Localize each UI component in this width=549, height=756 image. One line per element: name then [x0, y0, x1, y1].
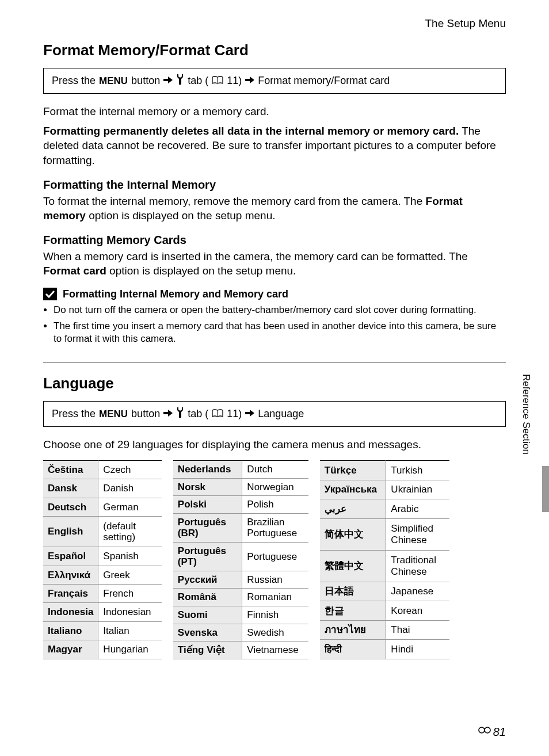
table-row: NorskNorwegian: [173, 478, 308, 496]
language-table-3: TürkçeTurkishУкраїнськаUkrainianعربيArab…: [320, 460, 449, 659]
body-text: Format the internal memory or a memory c…: [43, 104, 506, 119]
table-row: RomânăRomanian: [173, 589, 308, 606]
table-row: TürkçeTurkish: [320, 461, 449, 480]
language-native: Italiano: [43, 621, 98, 640]
language-native: 简体中文: [320, 518, 386, 550]
language-english: Arabic: [386, 499, 449, 519]
page-header: The Setup Menu: [43, 17, 506, 30]
subheading-memory-cards: Formatting Memory Cards: [43, 234, 506, 247]
language-native: Dansk: [43, 479, 98, 498]
note-heading-row: Formatting Internal Memory and Memory ca…: [43, 288, 506, 300]
table-row: SvenskaSwedish: [173, 624, 308, 642]
menu-button-label: MENU: [99, 75, 128, 87]
table-row: Português (PT)Portuguese: [173, 542, 308, 571]
table-row: NederlandsDutch: [173, 461, 308, 479]
language-native: 日本語: [320, 582, 386, 601]
table-row: SuomiFinnish: [173, 606, 308, 624]
language-english: Portuguese: [242, 542, 308, 571]
svg-point-3: [485, 727, 490, 733]
language-english: Turkish: [386, 461, 449, 480]
table-row: DeutschGerman: [43, 498, 162, 516]
side-section-label: Reference Section: [520, 374, 532, 455]
table-row: 日本語Japanese: [320, 582, 449, 601]
language-english: Swedish: [242, 624, 308, 642]
table-row: Tiếng ViệtVietnamese: [173, 642, 308, 659]
language-english: Czech: [98, 461, 162, 479]
nav-text: Language: [258, 408, 304, 420]
page-number: 81: [493, 726, 506, 739]
language-english: German: [98, 498, 162, 516]
setup-tab-icon: [176, 74, 184, 87]
arrow-right-icon: [163, 408, 173, 420]
table-row: DanskDanish: [43, 479, 162, 498]
language-native: Čeština: [43, 461, 98, 479]
language-english: Greek: [98, 566, 162, 584]
language-english: (default setting): [98, 517, 162, 547]
note-bullet: Do not turn off the camera or open the b…: [54, 304, 506, 316]
nav-text: button: [131, 75, 160, 87]
nav-text: button: [131, 408, 160, 420]
language-english: Danish: [98, 479, 162, 498]
table-row: 한글Korean: [320, 601, 449, 621]
side-tab-indicator: [542, 466, 549, 512]
language-native: Polski: [173, 496, 242, 514]
body-text: Choose one of 29 languages for displayin…: [43, 437, 506, 452]
table-row: عربيArabic: [320, 499, 449, 519]
language-english: Norwegian: [242, 478, 308, 496]
language-native: Русский: [173, 571, 242, 589]
arrow-right-icon: [245, 75, 254, 87]
table-row: РусскийRussian: [173, 571, 308, 589]
body-text: Formatting permanently deletes all data …: [43, 124, 506, 168]
setup-tab-icon: [176, 407, 184, 421]
language-native: Português (PT): [173, 542, 242, 571]
table-row: ภาษาไทยThai: [320, 620, 449, 640]
table-row: Português (BR)Brazilian Portuguese: [173, 513, 308, 542]
table-row: ΕλληνικάGreek: [43, 566, 162, 584]
language-english: Thai: [386, 620, 449, 640]
reference-section-icon: [478, 726, 492, 739]
language-tables: ČeštinaCzechDanskDanishDeutschGermanEngl…: [43, 460, 506, 659]
note-title: Formatting Internal Memory and Memory ca…: [63, 288, 288, 300]
table-row: EspañolSpanish: [43, 547, 162, 566]
language-english: Italian: [98, 621, 162, 640]
section-title-format: Format Memory/Format Card: [43, 41, 506, 59]
note-list: Do not turn off the camera or open the b…: [43, 304, 506, 345]
language-native: Ελληνικά: [43, 566, 98, 584]
language-english: Dutch: [242, 461, 308, 479]
language-native: Türkçe: [320, 461, 386, 480]
language-table-2: NederlandsDutchNorskNorwegianPolskiPolis…: [173, 460, 308, 659]
table-row: English(default setting): [43, 517, 162, 547]
language-english: Japanese: [386, 582, 449, 601]
language-english: Hungarian: [98, 640, 162, 659]
table-row: 简体中文Simplified Chinese: [320, 518, 449, 550]
language-native: 繁體中文: [320, 550, 386, 582]
nav-text: 11): [227, 408, 242, 420]
nav-text: Format memory/Format card: [258, 75, 390, 87]
bold-text: Format card: [43, 265, 106, 277]
language-native: Português (BR): [173, 513, 242, 542]
language-native: 한글: [320, 601, 386, 621]
language-table-1: ČeštinaCzechDanskDanishDeutschGermanEngl…: [43, 460, 162, 659]
page-ref-icon: [212, 75, 223, 87]
language-english: Polish: [242, 496, 308, 514]
table-row: IndonesiaIndonesian: [43, 603, 162, 621]
nav-text: Press the: [52, 408, 96, 420]
language-native: Deutsch: [43, 498, 98, 516]
table-row: PolskiPolish: [173, 496, 308, 514]
nav-text: 11): [227, 75, 242, 87]
language-native: ภาษาไทย: [320, 620, 386, 640]
svg-point-2: [479, 727, 485, 733]
body-text: To format the internal memory, remove th…: [43, 194, 506, 223]
nav-text: tab (: [188, 75, 208, 87]
language-native: Indonesia: [43, 603, 98, 621]
language-english: Simplified Chinese: [386, 518, 449, 550]
section-title-language: Language: [43, 375, 506, 392]
language-native: عربي: [320, 499, 386, 519]
language-english: Ukrainian: [386, 480, 449, 499]
table-row: УкраїнськаUkrainian: [320, 480, 449, 499]
language-english: Romanian: [242, 589, 308, 606]
page-ref-icon: [212, 408, 223, 420]
note-bullet: The first time you insert a memory card …: [54, 320, 506, 345]
language-native: Nederlands: [173, 461, 242, 479]
language-native: Tiếng Việt: [173, 642, 242, 659]
